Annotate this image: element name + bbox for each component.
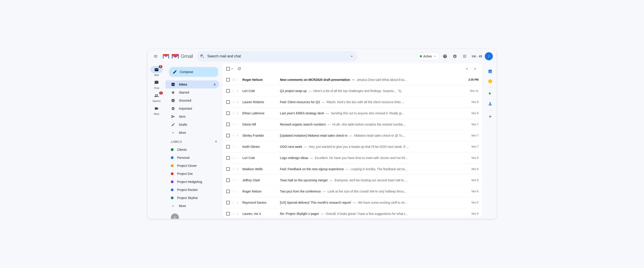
star-button[interactable]: ☆: [232, 133, 235, 138]
email-row[interactable]: ☆ › Shirley Franklin [Updated invitation…: [223, 130, 482, 141]
row-checkbox[interactable]: [226, 78, 230, 81]
important-marker: ›: [237, 201, 240, 205]
row-checkbox[interactable]: [226, 178, 230, 182]
star-button[interactable]: ☆: [232, 111, 235, 116]
sidebar-item-project-clover[interactable]: Project Clover: [166, 162, 219, 170]
svg-rect-8: [490, 92, 490, 93]
tasks-button[interactable]: [486, 77, 495, 86]
sidebar-item-project-rocket[interactable]: Project Rocket: [166, 186, 219, 194]
sidebar-item-starred[interactable]: Starred: [166, 88, 219, 96]
active-status[interactable]: Active: [417, 52, 440, 60]
user-chip-text: Ink · 49: [472, 54, 482, 58]
sidebar-item-project-hedgehog[interactable]: Project Hedgehog: [166, 178, 219, 186]
email-date: Nov 5: [465, 212, 478, 215]
starred-icon: [171, 90, 175, 94]
menu-button[interactable]: [151, 52, 160, 61]
star-button[interactable]: ☆: [232, 155, 235, 160]
email-row[interactable]: ☆ › Madison Wells Fwd: Feedback on the n…: [223, 164, 482, 175]
nav-item-meet[interactable]: Meet: [148, 104, 164, 116]
email-row[interactable]: ☆ › Jeffrey Clark Town hall on the upcom…: [223, 175, 482, 186]
star-button[interactable]: ☆: [232, 211, 235, 216]
row-checkbox[interactable]: [226, 100, 230, 104]
add-service-button[interactable]: +: [486, 112, 495, 121]
calendar-icon: 19: [488, 69, 492, 74]
email-row[interactable]: ☆ › Keith Obrien OOO next week — Hey, ju…: [223, 141, 482, 152]
email-subject: Revised organic search numbers: [280, 123, 326, 126]
row-checkbox[interactable]: [226, 190, 230, 193]
row-checkbox[interactable]: [226, 212, 230, 216]
star-button[interactable]: ☆: [232, 200, 235, 205]
sidebar-item-drafts[interactable]: Drafts: [166, 121, 219, 129]
sidebar-item-snoozed[interactable]: Snoozed: [166, 96, 219, 104]
email-date: 2:35 PM: [465, 78, 478, 81]
next-page-button[interactable]: [471, 65, 478, 72]
starred-label: Starred: [179, 91, 216, 94]
row-checkbox[interactable]: [226, 123, 230, 126]
email-date: Nov 6: [465, 168, 478, 171]
refresh-button[interactable]: [236, 65, 243, 72]
user-avatar-1[interactable]: U: [171, 214, 179, 219]
nav-item-spaces[interactable]: 2 Spaces: [148, 91, 164, 103]
star-button[interactable]: ☆: [232, 88, 235, 93]
sender-name: Lori Cole: [242, 156, 278, 160]
sidebar-item-important[interactable]: Important: [166, 104, 219, 113]
prev-page-button[interactable]: [463, 65, 470, 72]
star-button[interactable]: ☆: [232, 178, 235, 183]
row-checkbox[interactable]: [226, 89, 230, 93]
row-checkbox[interactable]: [226, 134, 230, 137]
star-button[interactable]: ☆: [232, 122, 235, 127]
email-row[interactable]: ☆ › Roger Nelson New comments on MCR2020…: [223, 74, 482, 85]
row-checkbox[interactable]: [226, 156, 230, 160]
sidebar-item-project-skyline[interactable]: Project Skyline: [166, 194, 219, 202]
attachment-icon: 📎: [398, 89, 402, 93]
sidebar-item-more-labels[interactable]: More: [166, 202, 219, 210]
sidebar-item-project-dot[interactable]: Project Dot: [166, 170, 219, 178]
user-chip[interactable]: Ink · 49: [470, 54, 484, 59]
star-button[interactable]: ☆: [232, 189, 235, 194]
sidebar-item-clients[interactable]: Clients: [166, 146, 219, 154]
email-row[interactable]: ☆ › Lori Cole Q1 project wrap-up — Here'…: [223, 85, 482, 96]
email-row[interactable]: ☆ › Ethan Lattimore Last year's EMEA str…: [223, 108, 482, 119]
star-button[interactable]: ☆: [232, 100, 235, 104]
email-row[interactable]: ☆ › Raymond Santos [UX] Special delivery…: [223, 197, 482, 208]
settings-icon: [452, 54, 457, 58]
calendar-button[interactable]: 19: [486, 67, 495, 76]
sidebar-item-sent[interactable]: Sent: [166, 113, 219, 121]
spaces-nav-icon: [154, 93, 159, 98]
select-all-area[interactable]: [226, 67, 234, 71]
email-date: Nov 7: [465, 145, 478, 148]
email-row[interactable]: ☆ › Roger Nelson Two pics from the confe…: [223, 186, 482, 197]
project-hedgehog-dot: [171, 180, 174, 183]
settings-button[interactable]: [450, 52, 459, 61]
row-checkbox[interactable]: [226, 201, 230, 204]
search-bar[interactable]: Search mail and chat: [196, 51, 358, 61]
keep-button[interactable]: [486, 90, 495, 98]
email-row[interactable]: ☆ › Lauren, me 4 Re: Project Skylight 1-…: [223, 208, 482, 217]
compose-button[interactable]: Compose: [169, 67, 218, 77]
compose-label: Compose: [180, 70, 193, 74]
sidebar-item-personal[interactable]: Personal: [166, 154, 219, 162]
row-checkbox[interactable]: [226, 145, 230, 149]
select-all-checkbox[interactable]: [226, 67, 230, 71]
avatar[interactable]: I: [485, 52, 493, 60]
contacts-button[interactable]: [486, 99, 495, 108]
sidebar-item-more[interactable]: More: [166, 129, 219, 137]
row-checkbox[interactable]: [226, 167, 230, 171]
email-row[interactable]: ☆ › Lori Cole Logo redesign ideas — Exce…: [223, 152, 482, 164]
apps-button[interactable]: [460, 52, 469, 61]
sidebar-item-inbox[interactable]: Inbox 6: [166, 80, 219, 88]
email-row[interactable]: ☆ › Gloria Hill Revised organic search n…: [223, 119, 482, 130]
star-button[interactable]: ☆: [232, 144, 235, 149]
svg-text:19: 19: [490, 71, 491, 73]
nav-item-chat[interactable]: Chat: [148, 78, 164, 90]
select-dropdown-icon[interactable]: [230, 67, 234, 71]
sent-icon: [171, 115, 175, 119]
email-row[interactable]: ☆ › Lauren Roberts Fwd: Client resources…: [223, 96, 482, 108]
nav-item-mail[interactable]: 9 Mail: [148, 65, 164, 77]
star-button[interactable]: ☆: [232, 77, 235, 82]
search-dropdown-icon[interactable]: [350, 54, 354, 58]
star-button[interactable]: ☆: [232, 167, 235, 172]
add-label-button[interactable]: +: [213, 138, 219, 145]
help-button[interactable]: [440, 52, 450, 61]
row-checkbox[interactable]: [226, 111, 230, 115]
